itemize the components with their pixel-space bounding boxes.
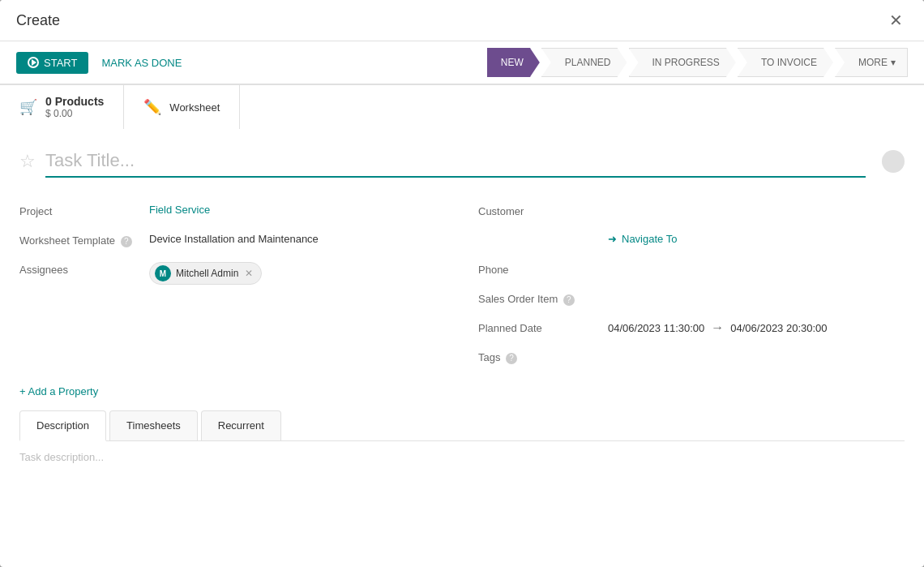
- toolbar: START MARK AS DONE NEW PLANNED IN PROGRE…: [0, 41, 924, 84]
- planned-date-end[interactable]: 04/06/2023 20:30:00: [730, 322, 827, 334]
- worksheet-label: Worksheet: [169, 101, 220, 114]
- play-icon: [28, 57, 39, 68]
- customer-field-row: Customer: [478, 197, 905, 226]
- worksheet-template-value[interactable]: Device Installation and Maintenance: [149, 233, 446, 245]
- planned-date-label: Planned Date: [478, 320, 608, 334]
- description-placeholder[interactable]: Task description...: [19, 451, 104, 463]
- project-label: Project: [19, 204, 149, 217]
- assignee-remove-button[interactable]: ✕: [245, 268, 253, 279]
- tabs-bar: Description Timesheets Recurrent: [19, 410, 905, 441]
- tab-recurrent[interactable]: Recurrent: [201, 410, 281, 440]
- sales-order-field-row: Sales Order Item ?: [478, 285, 905, 314]
- tags-help-icon[interactable]: ?: [506, 353, 517, 364]
- customer-label: Customer: [478, 204, 608, 217]
- pipeline-step-in-progress[interactable]: IN PROGRESS: [629, 48, 736, 77]
- tab-description[interactable]: Description: [19, 410, 106, 441]
- mark-as-done-button[interactable]: MARK AS DONE: [95, 52, 188, 74]
- assignee-avatar: M: [155, 265, 171, 281]
- cart-icon: 🛒: [19, 98, 37, 116]
- date-arrow-icon: →: [711, 320, 724, 335]
- form-fields-grid: Project Field Service Worksheet Template…: [19, 197, 905, 372]
- mark-done-label: MARK AS DONE: [101, 57, 182, 69]
- task-title-row: ☆: [19, 145, 905, 178]
- planned-date-start[interactable]: 04/06/2023 11:30:00: [608, 322, 704, 334]
- task-title-input[interactable]: [45, 145, 866, 178]
- sales-order-help-icon[interactable]: ?: [563, 294, 575, 306]
- products-info: 0 Products $ 0.00: [45, 95, 104, 119]
- phone-label: Phone: [478, 262, 608, 276]
- start-label: START: [44, 57, 77, 69]
- pencil-icon: ✏️: [143, 98, 161, 116]
- star-button[interactable]: ☆: [19, 151, 36, 172]
- assignees-field-row: Assignees M Mitchell Admin ✕: [19, 256, 446, 291]
- description-area: Task description...: [19, 441, 905, 490]
- project-field-row: Project Field Service: [19, 197, 446, 226]
- modal-header: Create ✕: [0, 0, 924, 41]
- arrow-right-icon: ➜: [608, 233, 617, 245]
- worksheet-template-help-icon[interactable]: ?: [121, 236, 132, 247]
- navigate-to-field-row: ➜ Navigate To: [478, 226, 905, 256]
- worksheet-template-label: Worksheet Template ?: [19, 233, 149, 247]
- pipeline-step-planned[interactable]: PLANNED: [541, 48, 627, 77]
- navigate-to-button[interactable]: ➜ Navigate To: [608, 233, 677, 245]
- form-right-column: Customer ➜ Navigate To Phone: [478, 197, 905, 372]
- assignee-tag: M Mitchell Admin ✕: [149, 262, 262, 285]
- pipeline: NEW PLANNED IN PROGRESS TO INVOICE MORE …: [487, 48, 908, 77]
- action-buttons-bar: 🛒 0 Products $ 0.00 ✏️ Worksheet: [0, 84, 924, 129]
- navigate-to-spacer: [478, 233, 608, 234]
- add-property-button[interactable]: + Add a Property: [19, 379, 98, 404]
- navigate-to-label: Navigate To: [622, 233, 677, 245]
- status-circle: [882, 150, 905, 173]
- form-left-column: Project Field Service Worksheet Template…: [19, 197, 446, 372]
- start-button[interactable]: START: [16, 52, 88, 74]
- play-triangle-icon: [32, 59, 36, 66]
- pipeline-step-more[interactable]: MORE ▾: [835, 48, 908, 77]
- assignees-label: Assignees: [19, 262, 149, 276]
- chevron-down-icon: ▾: [891, 57, 896, 68]
- phone-field-row: Phone: [478, 256, 905, 285]
- assignees-value: M Mitchell Admin ✕: [149, 262, 446, 285]
- worksheet-template-field-row: Worksheet Template ? Device Installation…: [19, 226, 446, 256]
- products-count: 0 Products: [45, 95, 104, 108]
- close-button[interactable]: ✕: [883, 8, 908, 32]
- pipeline-step-new[interactable]: NEW: [487, 48, 540, 77]
- products-amount: $ 0.00: [45, 108, 72, 119]
- add-property-label: + Add a Property: [19, 385, 98, 397]
- project-value[interactable]: Field Service: [149, 204, 446, 216]
- worksheet-button[interactable]: ✏️ Worksheet: [124, 85, 240, 129]
- tab-timesheets[interactable]: Timesheets: [109, 410, 198, 440]
- create-modal: Create ✕ START MARK AS DONE NEW PLANNED: [0, 0, 924, 567]
- tags-field-row: Tags ?: [478, 343, 905, 372]
- assignee-name: Mitchell Admin: [176, 268, 238, 279]
- tags-label: Tags ?: [478, 350, 608, 364]
- planned-date-value: 04/06/2023 11:30:00 → 04/06/2023 20:30:0…: [608, 320, 905, 335]
- pipeline-step-to-invoice[interactable]: TO INVOICE: [738, 48, 833, 77]
- products-button[interactable]: 🛒 0 Products $ 0.00: [0, 85, 124, 129]
- planned-date-field-row: Planned Date 04/06/2023 11:30:00 → 04/06…: [478, 314, 905, 343]
- modal-title: Create: [16, 12, 60, 29]
- sales-order-label: Sales Order Item ?: [478, 291, 608, 306]
- form-body: ☆ Project Field Service Worksheet Templa…: [0, 129, 924, 567]
